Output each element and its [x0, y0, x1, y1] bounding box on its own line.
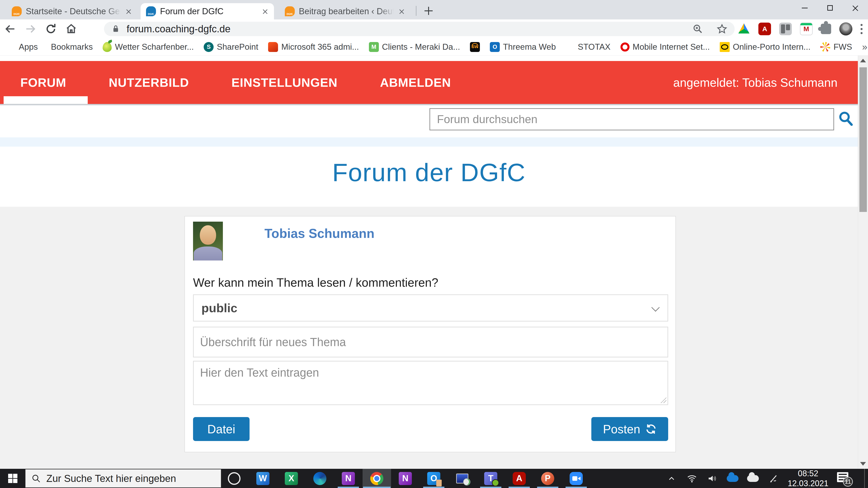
taskbar-powerpoint[interactable]: P [533, 469, 562, 488]
topic-body-textarea[interactable] [193, 361, 668, 405]
taskbar-zoom[interactable] [562, 469, 590, 488]
taskbar-remote-desktop[interactable] [448, 469, 476, 488]
taskbar-outlook[interactable]: O [420, 469, 448, 488]
word-icon: W [256, 472, 270, 485]
taskbar-search[interactable]: Zur Suche Text hier eingeben [25, 469, 221, 488]
zoom-page-icon[interactable] [692, 23, 704, 35]
page-scrollbar[interactable] [858, 56, 868, 469]
tab-close-icon[interactable] [398, 7, 405, 15]
chrome-icon [370, 472, 383, 485]
reload-button[interactable] [41, 21, 61, 37]
address-bar[interactable]: forum.coaching-dgfc.de [104, 22, 735, 36]
maximize-button[interactable] [817, 0, 843, 16]
forward-button[interactable] [20, 21, 41, 37]
gray-extension-icon[interactable] [779, 23, 792, 35]
forum-search-input[interactable] [430, 108, 834, 130]
browser-tab-startseite[interactable]: DGfC Startseite - Deutsche Gesellschaf [6, 3, 137, 20]
taskbar-clock[interactable]: 08:52 12.03.2021 [788, 468, 829, 488]
taskbar-word[interactable]: W [249, 469, 277, 488]
taskbar-onenote[interactable]: N [334, 469, 363, 488]
logged-in-status: angemeldet: Tobias Schumann [673, 76, 837, 90]
taskbar-chrome-active[interactable] [363, 469, 391, 488]
forum-search-button[interactable] [838, 110, 854, 127]
chevron-down-icon [651, 303, 660, 312]
onedrive-personal-icon[interactable] [747, 475, 759, 482]
show-desktop-button[interactable] [864, 469, 865, 488]
visibility-select[interactable]: public [193, 294, 668, 322]
taskbar-teams[interactable]: T [476, 469, 505, 488]
nav-abmelden[interactable]: ABMELDEN [358, 75, 472, 90]
browser-tab-forum-active[interactable]: DGfC Forum der DGfC [141, 3, 274, 20]
threema-icon: O [490, 42, 500, 52]
google-drive-icon[interactable] [738, 23, 750, 35]
pen-icon[interactable] [767, 473, 779, 484]
back-button[interactable] [0, 21, 20, 37]
close-button[interactable] [843, 0, 868, 16]
new-tab-button[interactable] [423, 5, 434, 16]
bookmarks-overflow-chevron[interactable]: » [862, 41, 867, 53]
post-button[interactable]: Posten [591, 417, 668, 441]
bookmark-apps[interactable]: Apps [6, 42, 38, 52]
scrollbar-up-arrow[interactable] [860, 59, 866, 62]
home-button[interactable] [61, 21, 81, 37]
bookmark-meraki[interactable]: M Clients - Meraki Da... [369, 42, 460, 52]
tray-chevron-up-icon[interactable] [666, 473, 677, 484]
bookmark-star-icon[interactable] [716, 23, 728, 35]
browser-menu-icon[interactable] [861, 24, 863, 34]
bookmark-stotax[interactable]: STOTAX [566, 42, 611, 52]
cortana-icon[interactable] [228, 472, 241, 485]
nav-nutzerbild[interactable]: NUTZERBILD [87, 75, 210, 90]
bookmark-fws[interactable]: FWS [820, 42, 852, 52]
taskbar-search-placeholder: Zur Suche Text hier eingeben [46, 473, 176, 484]
bookmark-wetter[interactable]: Wetter Scharfenber... [103, 42, 194, 52]
bookmark-mobile-internet[interactable]: Mobile Internet Set... [620, 42, 710, 52]
bookmarks-bar: Apps Bookmarks Wetter Scharfenber... S S… [0, 38, 868, 56]
file-button[interactable]: Datei [193, 417, 250, 441]
bookmark-sharepoint[interactable]: S SharePoint [204, 42, 258, 52]
browser-tab-beitrag[interactable]: DGfC Beitrag bearbeiten ‹ Deutsche Ge [279, 3, 410, 20]
bookmark-label: Apps [19, 42, 38, 52]
url-text[interactable]: forum.coaching-dgfc.de [127, 23, 692, 35]
onedrive-icon[interactable] [727, 475, 739, 482]
nav-einstellungen[interactable]: EINSTELLUNGEN [210, 75, 358, 90]
tab-close-icon[interactable] [261, 7, 269, 15]
scrollbar-down-arrow[interactable] [860, 462, 866, 466]
wifi-icon[interactable] [686, 473, 698, 484]
textarea-resize-grip[interactable] [660, 397, 666, 403]
start-button[interactable] [0, 469, 25, 488]
scrollbar-thumb[interactable] [860, 67, 867, 212]
dgfc-favicon: DGfC [146, 6, 156, 16]
tab-divider [416, 6, 416, 16]
file-button-label: Datei [207, 422, 235, 436]
bookmark-label: Threema Web [503, 42, 556, 52]
mcafee-icon[interactable]: M [800, 23, 813, 35]
acrobat-extension-icon[interactable]: A [758, 23, 771, 35]
taskbar-onenote-2[interactable]: N [391, 469, 420, 488]
author-name[interactable]: Tobias Schumann [265, 226, 375, 241]
tab-title: Beitrag bearbeiten ‹ Deutsche Ge [299, 6, 394, 16]
volume-icon[interactable] [706, 473, 718, 484]
bookmark-threema[interactable]: O Threema Web [490, 42, 556, 52]
topic-title-input[interactable] [193, 327, 668, 357]
bookmark-label: Clients - Meraki Da... [382, 42, 460, 52]
browser-profile-avatar[interactable] [839, 22, 852, 35]
bookmark-online-porto[interactable]: Online-Porto Intern... [720, 42, 810, 52]
active-nav-underline [4, 96, 88, 104]
spark-icon [820, 42, 830, 52]
notification-center[interactable]: 11 [837, 472, 851, 485]
extensions-puzzle-icon[interactable] [821, 24, 831, 34]
nav-forum[interactable]: FORUM [0, 75, 87, 90]
browser-toolbar: forum.coaching-dgfc.de A M [0, 20, 868, 38]
taskbar-edge[interactable] [306, 469, 334, 488]
minimize-button[interactable] [792, 0, 817, 16]
apps-grid-icon [6, 42, 16, 52]
bookmark-microsoft365[interactable]: Microsoft 365 admi... [268, 42, 359, 52]
taskbar-excel[interactable]: X [277, 469, 306, 488]
bookmark-sw[interactable]: SW [470, 42, 480, 52]
tab-close-icon[interactable] [125, 7, 132, 15]
taskbar-acrobat[interactable]: A [505, 469, 533, 488]
bookmark-label: Wetter Scharfenber... [115, 42, 194, 52]
bookmark-bookmarks[interactable]: Bookmarks [48, 42, 93, 52]
light-blue-band [0, 137, 858, 147]
page-title: Forum der DGfC [0, 158, 858, 187]
